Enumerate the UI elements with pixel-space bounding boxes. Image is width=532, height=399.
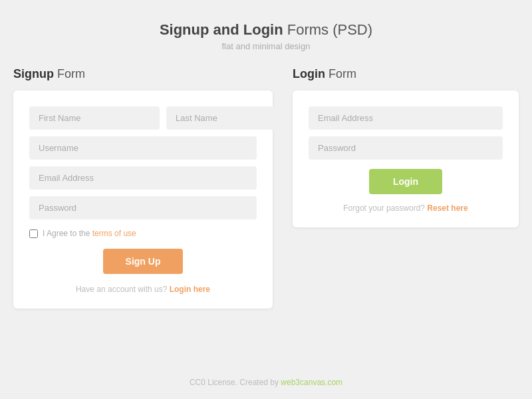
username-input[interactable] <box>29 136 257 160</box>
login-password-input[interactable] <box>309 136 503 160</box>
terms-link[interactable]: terms of use <box>92 229 136 238</box>
login-heading: Login Form <box>293 67 519 81</box>
terms-label-pre: I Agree to the <box>43 229 92 238</box>
login-email-input[interactable] <box>309 106 503 130</box>
footer-text: CC0 License. Created by <box>190 378 281 387</box>
signup-button[interactable]: Sign Up <box>103 249 183 274</box>
signup-password-wrapper <box>29 196 257 219</box>
first-name-input[interactable] <box>29 106 160 130</box>
signup-password-input[interactable] <box>29 196 257 219</box>
login-heading-light: Form <box>325 67 356 80</box>
login-password-wrapper <box>309 136 503 160</box>
login-card: Login Forgot your password? Reset here <box>293 90 519 227</box>
terms-row: I Agree to the terms of use <box>29 229 257 238</box>
page-title: Signup and Login Forms (PSD) <box>160 21 372 39</box>
footer-link[interactable]: web3canvas.com <box>281 378 342 387</box>
username-wrapper <box>29 136 257 160</box>
forgot-label: Forgot your password? <box>343 203 425 213</box>
account-text: Have an account with us? Login here <box>29 285 257 294</box>
login-button[interactable]: Login <box>369 169 442 194</box>
login-heading-bold: Login <box>293 67 325 80</box>
signup-card: I Agree to the terms of use Sign Up Have… <box>13 90 273 309</box>
page-title-light: Forms (PSD) <box>283 21 372 38</box>
signup-heading: Signup Form <box>13 67 273 81</box>
login-section: Login Form Login Forgot your password? R… <box>293 67 519 227</box>
page-footer: CC0 License. Created by web3canvas.com <box>190 378 342 399</box>
last-name-input[interactable] <box>166 106 297 130</box>
page-header: Signup and Login Forms (PSD) flat and mi… <box>160 21 372 51</box>
signup-section: Signup Form I Agree to the terms of use <box>13 67 273 309</box>
page-title-bold: Signup and Login <box>160 21 283 38</box>
account-text-label: Have an account with us? <box>76 285 167 294</box>
signup-heading-light: Form <box>54 67 85 80</box>
forgot-text: Forgot your password? Reset here <box>309 203 503 213</box>
signup-email-input[interactable] <box>29 166 257 190</box>
forms-row: Signup Form I Agree to the terms of use <box>13 67 519 309</box>
terms-checkbox[interactable] <box>29 229 38 238</box>
name-row <box>29 106 257 130</box>
signup-heading-bold: Signup <box>13 67 54 80</box>
terms-label: I Agree to the terms of use <box>43 229 136 238</box>
reset-link[interactable]: Reset here <box>427 203 467 213</box>
page-subtitle: flat and minimal design <box>160 41 372 51</box>
login-link[interactable]: Login here <box>170 285 210 294</box>
login-email-wrapper <box>309 106 503 130</box>
signup-email-wrapper <box>29 166 257 190</box>
